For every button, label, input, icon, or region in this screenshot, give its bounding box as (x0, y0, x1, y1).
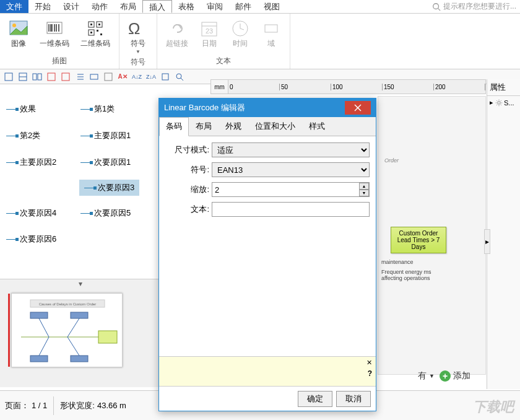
barcode2d-button[interactable]: 二维条码 (77, 16, 114, 51)
size-mode-label: 尺寸模式: (165, 144, 212, 155)
watermark: 下载吧 (473, 398, 514, 416)
image-icon (9, 19, 28, 38)
dlg-tab-barcode[interactable]: 条码 (159, 117, 189, 136)
dlg-tab-style[interactable]: 样式 (302, 117, 332, 136)
tool-7[interactable] (102, 71, 115, 83)
svg-rect-43 (71, 312, 88, 318)
tab-action[interactable]: 动作 (85, 0, 114, 13)
tab-view[interactable]: 视图 (258, 0, 286, 13)
field-label: 域 (267, 38, 275, 49)
svg-point-52 (498, 101, 501, 104)
group-symbol: Ω 符号 ▼ 符号 (119, 14, 157, 69)
dlg-tab-pos-size[interactable]: 位置和大小 (248, 117, 302, 136)
tree-node-sub1[interactable]: 次要原因1 (80, 157, 131, 168)
tab-start[interactable]: 开始 (28, 0, 57, 13)
tab-mail[interactable]: 邮件 (229, 0, 258, 13)
tool-2[interactable] (17, 71, 29, 83)
search-box[interactable]: 提示程序您想要进行... (428, 0, 520, 13)
tab-insert[interactable]: 插入 (142, 0, 172, 13)
tool-6[interactable] (88, 71, 100, 83)
tab-review[interactable]: 审阅 (201, 0, 229, 13)
panel-grip[interactable]: ▾ (0, 279, 161, 288)
hint-help[interactable]: ? (368, 369, 372, 378)
chevron-down-icon: ▼ (136, 49, 141, 55)
hint-close[interactable]: ✕ (366, 359, 372, 367)
tree-label: 次要原因6 (20, 234, 56, 245)
link-icon (167, 19, 187, 38)
page-thumbnail[interactable]: Causes of Delays in Custom Order (11, 293, 123, 367)
svg-rect-31 (48, 73, 55, 81)
tree-node-cat2[interactable]: 第2类 (6, 130, 40, 141)
tree-node-main1[interactable]: 主要原因1 (80, 130, 131, 141)
time-button[interactable]: 时间 (227, 16, 254, 51)
text-input[interactable] (212, 202, 370, 217)
tree-label: 第1类 (94, 103, 115, 115)
canvas-card-lead-times[interactable]: Custom Order Lead Times > 7 Days (391, 227, 446, 253)
barcode-editor-dialog: Linear Barcode 编辑器 条码 布局 外观 位置和大小 样式 尺寸模… (158, 98, 376, 411)
props-row-s[interactable]: ▸ S... (487, 96, 520, 109)
spin-down[interactable]: ▼ (359, 190, 369, 196)
group-text-label: 文本 (216, 56, 231, 66)
svg-rect-38 (162, 74, 168, 80)
tab-layout[interactable]: 布局 (114, 0, 142, 13)
add-control[interactable]: 有 ▼ + 添加 (418, 370, 470, 382)
tree-node-sub4[interactable]: 次要原因4 (6, 208, 56, 219)
tool-ax[interactable]: A✕ (116, 71, 129, 83)
dlg-tab-appearance[interactable]: 外观 (219, 117, 248, 136)
symbol-button[interactable]: Ω 符号 ▼ (124, 16, 152, 57)
zoom-input[interactable] (212, 182, 370, 197)
tab-file[interactable]: 文件 (0, 0, 28, 13)
spin-up[interactable]: ▲ (359, 183, 369, 190)
close-icon (354, 104, 362, 112)
tree-node-sub5[interactable]: 次要原因5 (80, 208, 131, 219)
tool-box[interactable] (159, 71, 171, 83)
size-mode-select[interactable]: 适应 (212, 142, 370, 157)
close-button[interactable] (345, 101, 371, 115)
tool-5[interactable] (59, 71, 72, 83)
symbol-select[interactable]: EAN13 (212, 162, 370, 177)
field-button[interactable]: 域 (258, 16, 285, 51)
insert-image-button[interactable]: 图像 (5, 16, 32, 51)
dialog-title-text: Linear Barcode 编辑器 (164, 102, 245, 113)
tool-1[interactable] (2, 71, 15, 83)
tool-sort-za[interactable]: Z↓A (145, 71, 157, 83)
tree-node-sub3-selected[interactable]: 次要原因3 (79, 180, 139, 196)
dialog-titlebar[interactable]: Linear Barcode 编辑器 (159, 98, 376, 117)
svg-rect-30 (38, 74, 41, 80)
dlg-tab-layout[interactable]: 布局 (189, 117, 219, 136)
ok-button[interactable]: 确定 (298, 391, 332, 407)
tool-4[interactable] (45, 71, 58, 83)
tool-list[interactable] (74, 71, 86, 83)
canvas[interactable]: Order Custom Order Lead Times > 7 Days m… (378, 96, 486, 375)
date-button[interactable]: 23 日期 (196, 16, 223, 51)
tree-label: 主要原因2 (20, 157, 56, 168)
omega-icon: Ω (128, 19, 148, 38)
tab-design[interactable]: 设计 (57, 0, 85, 13)
dialog-buttons: 确定 取消 (159, 386, 376, 411)
dialog-tabs: 条码 布局 外观 位置和大小 样式 (159, 117, 376, 136)
hyperlink-button[interactable]: 超链接 (162, 16, 192, 51)
svg-rect-15 (98, 24, 100, 25)
tree-node-effect[interactable]: 效果 (6, 103, 36, 115)
barcode1d-button[interactable]: 一维条码 (36, 16, 73, 51)
svg-rect-17 (97, 30, 98, 32)
tab-table[interactable]: 表格 (172, 0, 201, 13)
panel-expander[interactable]: ▸ (484, 229, 490, 254)
cancel-button[interactable]: 取消 (336, 391, 371, 407)
tool-sort-az[interactable]: A↓Z (131, 71, 143, 83)
tool-search[interactable] (173, 71, 186, 83)
svg-line-1 (438, 8, 441, 11)
group-illustration-label: 插图 (52, 56, 67, 66)
tree-node-cat1[interactable]: 第1类 (80, 103, 115, 115)
svg-point-39 (176, 74, 181, 79)
svg-rect-37 (105, 73, 112, 81)
thumb-title: Causes of Delays in Custom Order (39, 302, 97, 306)
tool-3[interactable] (31, 71, 43, 83)
symbol-label: 符号 (131, 38, 145, 49)
plus-icon[interactable]: + (440, 370, 451, 382)
shape-width-value: 43.66 m (97, 401, 126, 410)
search-placeholder: 提示程序您想要进行... (443, 1, 516, 12)
tree-node-main2[interactable]: 主要原因2 (6, 157, 56, 168)
tree-node-sub6[interactable]: 次要原因6 (6, 234, 56, 245)
svg-rect-48 (30, 356, 48, 362)
